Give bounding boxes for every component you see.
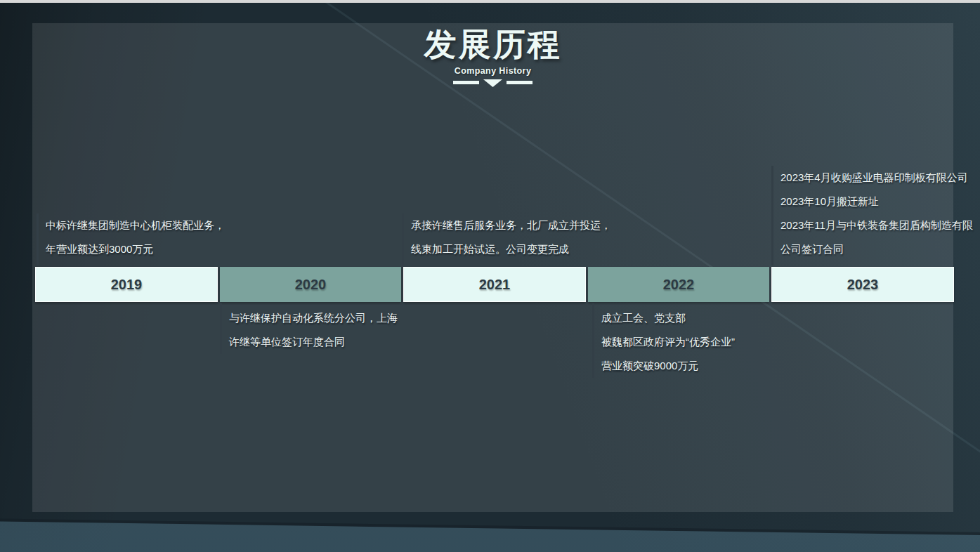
note-line: 中标许继集团制造中心机柜装配业务，: [46, 213, 225, 237]
year-label: 2021: [479, 277, 511, 293]
note-line: 与许继保护自动化系统分公司，上海: [229, 306, 398, 330]
title-divider: [32, 79, 953, 87]
down-triangle-icon: [483, 79, 502, 87]
year-label: 2023: [847, 277, 879, 293]
presentation-slide: 发展历程 Company History 2019 2020 2021 2022…: [0, 0, 980, 552]
note-line: 承接许继售后服务业务，北厂成立并投运，: [411, 213, 611, 237]
divider-line-right: [507, 81, 533, 84]
timeline-note-2021: 承接许继售后服务业务，北厂成立并投运， 线束加工开始试运。公司变更完成: [402, 213, 611, 265]
timeline-note-2020: 与许继保护自动化系统分公司，上海 许继等单位签订年度合同: [220, 303, 398, 354]
year-label: 2020: [295, 277, 327, 293]
note-line: 公司签订合同: [780, 237, 973, 261]
note-line: 2023年4月收购盛业电器印制板有限公司: [780, 166, 973, 190]
note-line: 2023年11月与中铁装备集团盾构制造有限: [780, 213, 973, 237]
note-line: 营业额突破9000万元: [601, 354, 735, 378]
timeline-segment-2023: 2023: [771, 267, 954, 302]
page-title: 发展历程: [32, 25, 953, 63]
timeline-note-2019: 中标许继集团制造中心机柜装配业务， 年营业额达到3000万元: [37, 213, 225, 265]
note-line: 成立工会、党支部: [601, 306, 735, 330]
page-subtitle: Company History: [32, 66, 953, 76]
note-line: 线束加工开始试运。公司变更完成: [411, 237, 611, 261]
timeline-segment-2021: 2021: [403, 267, 586, 302]
title-block: 发展历程 Company History: [32, 25, 953, 87]
year-label: 2019: [111, 277, 143, 293]
timeline-note-2023: 2023年4月收购盛业电器印制板有限公司 2023年10月搬迁新址 2023年1…: [771, 166, 973, 265]
note-line: 被魏都区政府评为“优秀企业”: [601, 330, 735, 354]
note-line: 年营业额达到3000万元: [46, 237, 225, 261]
timeline-segment-2020: 2020: [220, 267, 401, 302]
note-line: 许继等单位签订年度合同: [229, 330, 398, 354]
timeline-segment-2019: 2019: [35, 267, 218, 302]
year-label: 2022: [663, 277, 695, 293]
window-top-border: [0, 0, 980, 3]
timeline-segment-2022: 2022: [588, 267, 769, 302]
divider-line-left: [453, 81, 479, 84]
timeline-bar: 2019 2020 2021 2022 2023: [35, 267, 954, 302]
timeline-note-2022: 成立工会、党支部 被魏都区政府评为“优秀企业” 营业额突破9000万元: [592, 303, 735, 378]
note-line: 2023年10月搬迁新址: [780, 190, 973, 213]
